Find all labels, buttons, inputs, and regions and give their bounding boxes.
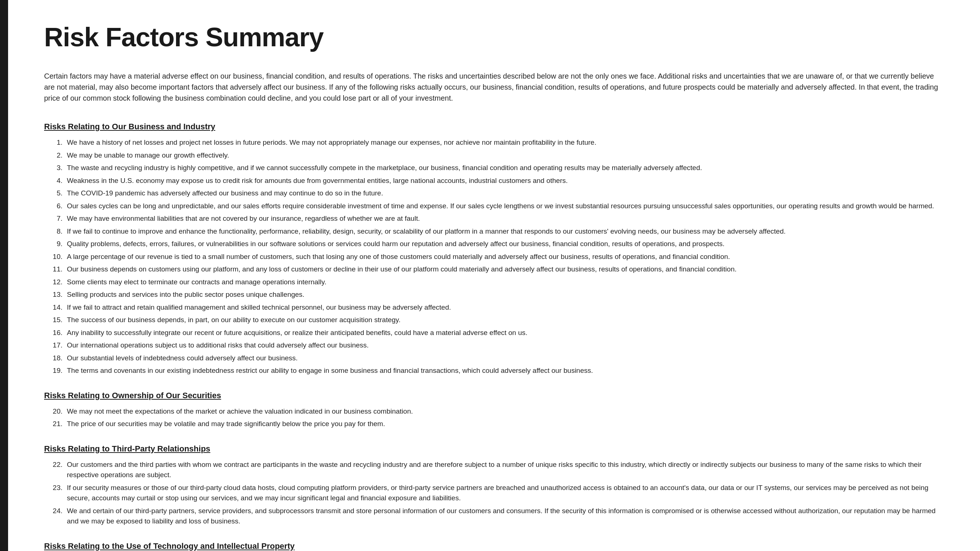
list-item-text: The terms and covenants in our existing …: [67, 365, 943, 376]
list-item-text: Our business depends on customers using …: [67, 264, 943, 275]
list-item: 11.Our business depends on customers usi…: [44, 264, 943, 275]
list-item-number: 22.: [44, 459, 62, 481]
list-item: 9.Quality problems, defects, errors, fai…: [44, 239, 943, 249]
list-item: 18.Our substantial levels of indebtednes…: [44, 353, 943, 364]
section-2: Risks Relating to Third-Party Relationsh…: [44, 444, 943, 527]
list-item-text: We may be unable to manage our growth ef…: [67, 150, 943, 161]
list-item: 24.We and certain of our third-party par…: [44, 506, 943, 527]
list-item-text: If we fail to continue to improve and en…: [67, 226, 943, 237]
list-item-number: 21.: [44, 419, 62, 429]
list-item-number: 2.: [44, 150, 62, 161]
list-item: 19.The terms and covenants in our existi…: [44, 365, 943, 376]
list-item: 2.We may be unable to manage our growth …: [44, 150, 943, 161]
list-item: 17.Our international operations subject …: [44, 340, 943, 351]
list-item-text: Our sales cycles can be long and unpredi…: [67, 201, 943, 211]
list-item: 5.The COVID-19 pandemic has adversely af…: [44, 188, 943, 199]
list-item-text: Some clients may elect to terminate our …: [67, 277, 943, 287]
list-item: 22.Our customers and the third parties w…: [44, 459, 943, 481]
list-item: 8.If we fail to continue to improve and …: [44, 226, 943, 237]
list-item: 20.We may not meet the expectations of t…: [44, 406, 943, 417]
list-item: 3.The waste and recycling industry is hi…: [44, 163, 943, 173]
page-title: Risk Factors Summary: [44, 22, 943, 52]
section-list-2: 22.Our customers and the third parties w…: [44, 459, 943, 527]
list-item-text: The COVID-19 pandemic has adversely affe…: [67, 188, 943, 199]
list-item-number: 7.: [44, 213, 62, 224]
list-item-text: Weakness in the U.S. economy may expose …: [67, 176, 943, 186]
list-item-number: 18.: [44, 353, 62, 364]
list-item-number: 11.: [44, 264, 62, 275]
list-item-text: Quality problems, defects, errors, failu…: [67, 239, 943, 249]
section-heading-0: Risks Relating to Our Business and Indus…: [44, 122, 943, 132]
list-item: 4.Weakness in the U.S. economy may expos…: [44, 176, 943, 186]
list-item: 23.If our security measures or those of …: [44, 483, 943, 503]
list-item-number: 9.: [44, 239, 62, 249]
list-item-text: A large percentage of our revenue is tie…: [67, 252, 943, 262]
list-item-text: The price of our securities may be volat…: [67, 419, 943, 429]
list-item-text: Our international operations subject us …: [67, 340, 943, 351]
list-item-text: The waste and recycling industry is high…: [67, 163, 943, 173]
list-item-number: 17.: [44, 340, 62, 351]
list-item-number: 15.: [44, 315, 62, 326]
list-item-text: Selling products and services into the p…: [67, 289, 943, 300]
intro-paragraph: Certain factors may have a material adve…: [44, 70, 943, 103]
content-area: Risk Factors Summary Certain factors may…: [44, 22, 943, 551]
list-item: 7.We may have environmental liabilities …: [44, 213, 943, 224]
section-heading-3: Risks Relating to the Use of Technology …: [44, 541, 943, 551]
list-item-text: We have a history of net losses and proj…: [67, 137, 943, 148]
left-bar: [0, 0, 8, 551]
section-3: Risks Relating to the Use of Technology …: [44, 541, 943, 551]
page-container: Risk Factors Summary Certain factors may…: [0, 0, 980, 551]
list-item: 14.If we fail to attract and retain qual…: [44, 302, 943, 313]
list-item: 21.The price of our securities may be vo…: [44, 419, 943, 429]
list-item-number: 14.: [44, 302, 62, 313]
section-0: Risks Relating to Our Business and Indus…: [44, 122, 943, 376]
list-item-number: 13.: [44, 289, 62, 300]
list-item-text: If we fail to attract and retain qualifi…: [67, 302, 943, 313]
list-item-number: 24.: [44, 506, 62, 527]
list-item-number: 6.: [44, 201, 62, 211]
list-item-number: 5.: [44, 188, 62, 199]
list-item-text: Our customers and the third parties with…: [67, 459, 943, 481]
list-item-number: 4.: [44, 176, 62, 186]
list-item: 1.We have a history of net losses and pr…: [44, 137, 943, 148]
list-item: 15.The success of our business depends, …: [44, 315, 943, 326]
list-item: 13.Selling products and services into th…: [44, 289, 943, 300]
list-item: 10.A large percentage of our revenue is …: [44, 252, 943, 262]
list-item-text: The success of our business depends, in …: [67, 315, 943, 326]
sections-container: Risks Relating to Our Business and Indus…: [44, 122, 943, 551]
list-item-number: 12.: [44, 277, 62, 287]
list-item-number: 23.: [44, 483, 62, 503]
section-list-1: 20.We may not meet the expectations of t…: [44, 406, 943, 429]
list-item-text: We may have environmental liabilities th…: [67, 213, 943, 224]
list-item-number: 10.: [44, 252, 62, 262]
list-item-number: 8.: [44, 226, 62, 237]
list-item-number: 19.: [44, 365, 62, 376]
list-item-text: Our substantial levels of indebtedness c…: [67, 353, 943, 364]
section-heading-2: Risks Relating to Third-Party Relationsh…: [44, 444, 943, 454]
list-item-text: We and certain of our third-party partne…: [67, 506, 943, 527]
list-item-text: Any inability to successfully integrate …: [67, 328, 943, 338]
section-1: Risks Relating to Ownership of Our Secur…: [44, 391, 943, 429]
list-item-number: 20.: [44, 406, 62, 417]
list-item: 16.Any inability to successfully integra…: [44, 328, 943, 338]
list-item: 12.Some clients may elect to terminate o…: [44, 277, 943, 287]
list-item-text: We may not meet the expectations of the …: [67, 406, 943, 417]
list-item-number: 1.: [44, 137, 62, 148]
section-list-0: 1.We have a history of net losses and pr…: [44, 137, 943, 376]
list-item-text: If our security measures or those of our…: [67, 483, 943, 503]
list-item-number: 3.: [44, 163, 62, 173]
list-item: 6.Our sales cycles can be long and unpre…: [44, 201, 943, 211]
list-item-number: 16.: [44, 328, 62, 338]
section-heading-1: Risks Relating to Ownership of Our Secur…: [44, 391, 943, 400]
